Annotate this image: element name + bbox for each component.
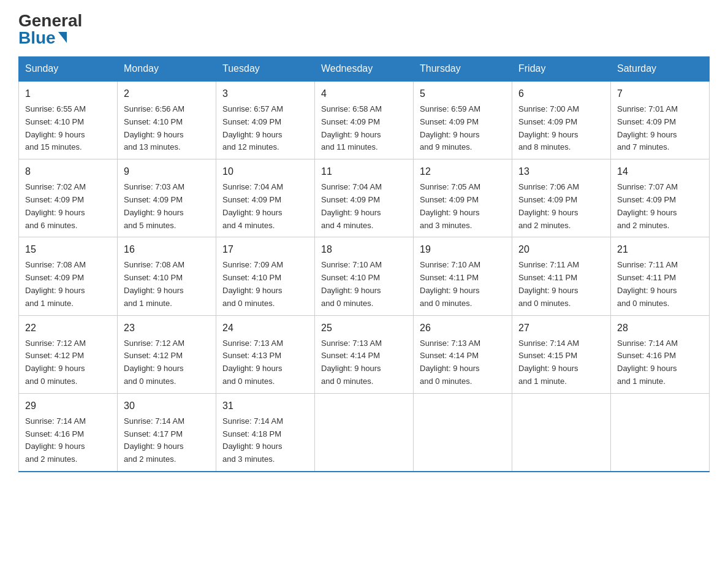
calendar-cell: 21Sunrise: 7:11 AMSunset: 4:11 PMDayligh… <box>611 237 710 315</box>
day-info: Sunrise: 7:02 AMSunset: 4:09 PMDaylight:… <box>25 181 111 232</box>
calendar-cell: 15Sunrise: 7:08 AMSunset: 4:09 PMDayligh… <box>19 237 118 315</box>
calendar-cell: 22Sunrise: 7:12 AMSunset: 4:12 PMDayligh… <box>19 315 118 393</box>
day-number: 13 <box>518 164 604 179</box>
day-number: 4 <box>321 86 407 101</box>
calendar-cell: 10Sunrise: 7:04 AMSunset: 4:09 PMDayligh… <box>216 159 315 237</box>
day-number: 14 <box>617 164 703 179</box>
day-number: 18 <box>321 242 407 257</box>
day-info: Sunrise: 7:12 AMSunset: 4:12 PMDaylight:… <box>124 337 210 388</box>
day-info: Sunrise: 7:13 AMSunset: 4:14 PMDaylight:… <box>420 337 506 388</box>
week-row-4: 22Sunrise: 7:12 AMSunset: 4:12 PMDayligh… <box>19 315 710 393</box>
day-info: Sunrise: 7:13 AMSunset: 4:13 PMDaylight:… <box>222 337 308 388</box>
column-header-saturday: Saturday <box>611 57 710 82</box>
day-number: 2 <box>124 86 210 101</box>
day-info: Sunrise: 7:03 AMSunset: 4:09 PMDaylight:… <box>124 181 210 232</box>
header-row: SundayMondayTuesdayWednesdayThursdayFrid… <box>19 57 710 82</box>
calendar-cell: 7Sunrise: 7:01 AMSunset: 4:09 PMDaylight… <box>611 81 710 159</box>
calendar-table: SundayMondayTuesdayWednesdayThursdayFrid… <box>18 56 710 472</box>
day-number: 17 <box>222 242 308 257</box>
day-number: 12 <box>420 164 506 179</box>
week-row-3: 15Sunrise: 7:08 AMSunset: 4:09 PMDayligh… <box>19 237 710 315</box>
day-number: 15 <box>25 242 111 257</box>
column-header-thursday: Thursday <box>414 57 512 82</box>
day-info: Sunrise: 7:12 AMSunset: 4:12 PMDaylight:… <box>25 337 111 388</box>
calendar-cell: 1Sunrise: 6:55 AMSunset: 4:10 PMDaylight… <box>19 81 118 159</box>
column-header-wednesday: Wednesday <box>315 57 414 82</box>
calendar-cell: 8Sunrise: 7:02 AMSunset: 4:09 PMDaylight… <box>19 159 118 237</box>
day-info: Sunrise: 7:10 AMSunset: 4:10 PMDaylight:… <box>321 259 407 310</box>
calendar-cell: 12Sunrise: 7:05 AMSunset: 4:09 PMDayligh… <box>414 159 512 237</box>
week-row-5: 29Sunrise: 7:14 AMSunset: 4:16 PMDayligh… <box>19 393 710 472</box>
calendar-cell: 14Sunrise: 7:07 AMSunset: 4:09 PMDayligh… <box>611 159 710 237</box>
calendar-cell: 27Sunrise: 7:14 AMSunset: 4:15 PMDayligh… <box>512 315 611 393</box>
day-number: 25 <box>321 321 407 335</box>
day-number: 5 <box>420 86 506 101</box>
day-number: 21 <box>617 242 703 257</box>
day-number: 22 <box>25 321 111 335</box>
calendar-cell: 13Sunrise: 7:06 AMSunset: 4:09 PMDayligh… <box>512 159 611 237</box>
calendar-cell: 20Sunrise: 7:11 AMSunset: 4:11 PMDayligh… <box>512 237 611 315</box>
day-number: 6 <box>518 86 604 101</box>
day-number: 3 <box>222 86 308 101</box>
day-info: Sunrise: 7:11 AMSunset: 4:11 PMDaylight:… <box>617 259 703 310</box>
day-number: 24 <box>222 321 308 335</box>
day-number: 16 <box>124 242 210 257</box>
day-info: Sunrise: 6:58 AMSunset: 4:09 PMDaylight:… <box>321 103 407 154</box>
day-info: Sunrise: 7:14 AMSunset: 4:18 PMDaylight:… <box>222 415 308 466</box>
calendar-cell: 25Sunrise: 7:13 AMSunset: 4:14 PMDayligh… <box>315 315 414 393</box>
day-number: 1 <box>25 86 111 101</box>
calendar-cell: 16Sunrise: 7:08 AMSunset: 4:10 PMDayligh… <box>118 237 216 315</box>
day-info: Sunrise: 7:07 AMSunset: 4:09 PMDaylight:… <box>617 181 703 232</box>
calendar-cell: 26Sunrise: 7:13 AMSunset: 4:14 PMDayligh… <box>414 315 512 393</box>
calendar-cell: 19Sunrise: 7:10 AMSunset: 4:11 PMDayligh… <box>414 237 512 315</box>
day-info: Sunrise: 7:10 AMSunset: 4:11 PMDaylight:… <box>420 259 506 310</box>
day-number: 23 <box>124 321 210 335</box>
day-number: 31 <box>222 399 308 413</box>
day-info: Sunrise: 6:56 AMSunset: 4:10 PMDaylight:… <box>124 103 210 154</box>
day-number: 29 <box>25 399 111 413</box>
page-header: General Blue <box>18 12 710 47</box>
day-info: Sunrise: 7:14 AMSunset: 4:15 PMDaylight:… <box>518 337 604 388</box>
calendar-cell <box>414 393 512 472</box>
day-info: Sunrise: 7:08 AMSunset: 4:10 PMDaylight:… <box>124 259 210 310</box>
day-number: 10 <box>222 164 308 179</box>
day-info: Sunrise: 6:57 AMSunset: 4:09 PMDaylight:… <box>222 103 308 154</box>
calendar-cell: 18Sunrise: 7:10 AMSunset: 4:10 PMDayligh… <box>315 237 414 315</box>
calendar-cell: 31Sunrise: 7:14 AMSunset: 4:18 PMDayligh… <box>216 393 315 472</box>
calendar-cell: 9Sunrise: 7:03 AMSunset: 4:09 PMDaylight… <box>118 159 216 237</box>
day-number: 8 <box>25 164 111 179</box>
calendar-cell <box>512 393 611 472</box>
day-info: Sunrise: 7:14 AMSunset: 4:16 PMDaylight:… <box>617 337 703 388</box>
day-number: 20 <box>518 242 604 257</box>
week-row-2: 8Sunrise: 7:02 AMSunset: 4:09 PMDaylight… <box>19 159 710 237</box>
day-number: 28 <box>617 321 703 335</box>
day-number: 11 <box>321 164 407 179</box>
day-info: Sunrise: 7:00 AMSunset: 4:09 PMDaylight:… <box>518 103 604 154</box>
logo-blue-text: Blue <box>18 29 67 47</box>
calendar-cell: 4Sunrise: 6:58 AMSunset: 4:09 PMDaylight… <box>315 81 414 159</box>
calendar-cell: 28Sunrise: 7:14 AMSunset: 4:16 PMDayligh… <box>611 315 710 393</box>
calendar-cell: 6Sunrise: 7:00 AMSunset: 4:09 PMDaylight… <box>512 81 611 159</box>
calendar-cell: 3Sunrise: 6:57 AMSunset: 4:09 PMDaylight… <box>216 81 315 159</box>
day-number: 9 <box>124 164 210 179</box>
week-row-1: 1Sunrise: 6:55 AMSunset: 4:10 PMDaylight… <box>19 81 710 159</box>
day-info: Sunrise: 7:06 AMSunset: 4:09 PMDaylight:… <box>518 181 604 232</box>
calendar-cell <box>611 393 710 472</box>
day-number: 26 <box>420 321 506 335</box>
calendar-cell <box>315 393 414 472</box>
column-header-sunday: Sunday <box>19 57 118 82</box>
day-info: Sunrise: 7:14 AMSunset: 4:16 PMDaylight:… <box>25 415 111 466</box>
calendar-cell: 29Sunrise: 7:14 AMSunset: 4:16 PMDayligh… <box>19 393 118 472</box>
column-header-monday: Monday <box>118 57 216 82</box>
day-info: Sunrise: 7:01 AMSunset: 4:09 PMDaylight:… <box>617 103 703 154</box>
calendar-cell: 24Sunrise: 7:13 AMSunset: 4:13 PMDayligh… <box>216 315 315 393</box>
day-info: Sunrise: 7:04 AMSunset: 4:09 PMDaylight:… <box>222 181 308 232</box>
day-number: 19 <box>420 242 506 257</box>
calendar-cell: 17Sunrise: 7:09 AMSunset: 4:10 PMDayligh… <box>216 237 315 315</box>
calendar-cell: 2Sunrise: 6:56 AMSunset: 4:10 PMDaylight… <box>118 81 216 159</box>
calendar-cell: 23Sunrise: 7:12 AMSunset: 4:12 PMDayligh… <box>118 315 216 393</box>
day-info: Sunrise: 7:05 AMSunset: 4:09 PMDaylight:… <box>420 181 506 232</box>
day-number: 7 <box>617 86 703 101</box>
logo-general-text: General <box>18 12 82 29</box>
day-info: Sunrise: 7:04 AMSunset: 4:09 PMDaylight:… <box>321 181 407 232</box>
